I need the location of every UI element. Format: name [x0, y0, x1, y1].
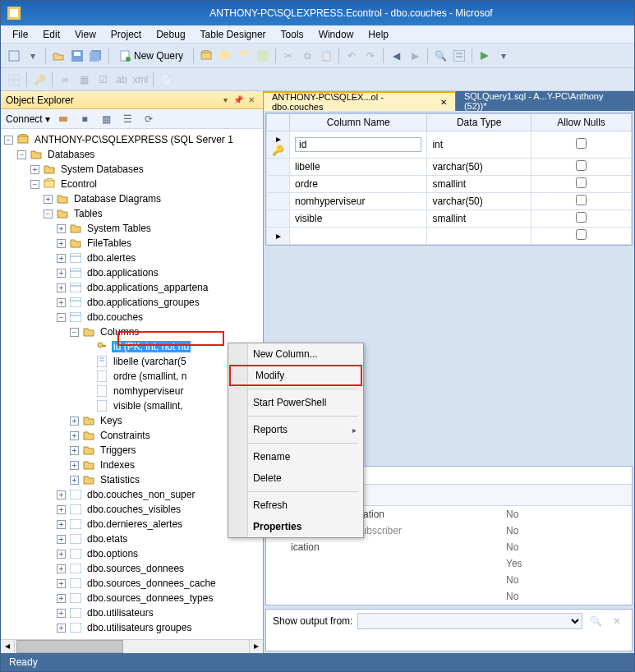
expand-toggle[interactable]: +	[57, 520, 66, 529]
tree-item[interactable]: dbo.dernieres_alertes	[85, 518, 184, 530]
cell-name[interactable]: libelle	[290, 159, 427, 176]
menu-window[interactable]: Window	[312, 27, 361, 42]
tree-databases[interactable]: Databases	[46, 149, 96, 160]
paste-icon[interactable]: 📋	[318, 48, 334, 64]
save-icon[interactable]	[69, 48, 85, 64]
redo-icon[interactable]: ↷	[362, 48, 379, 64]
expand-toggle[interactable]: +	[57, 535, 66, 544]
expand-toggle[interactable]: +	[57, 550, 66, 559]
ctx-properties[interactable]: Properties	[228, 516, 363, 537]
nav-back-icon[interactable]: ◀	[388, 48, 404, 64]
property-row[interactable]: No	[266, 572, 632, 588]
expand-toggle[interactable]: +	[57, 283, 66, 292]
ctx-powershell[interactable]: Start PowerShell	[228, 392, 363, 413]
expand-toggle[interactable]: +	[70, 431, 79, 440]
connect-button[interactable]: Connect ▾	[6, 113, 50, 125]
menu-view[interactable]: View	[68, 27, 103, 42]
expand-toggle[interactable]: +	[57, 254, 66, 263]
table-row[interactable]: visiblesmallint	[267, 210, 632, 228]
ctx-refresh[interactable]: Refresh	[228, 495, 363, 516]
tree-subnode[interactable]: Keys	[99, 415, 124, 426]
tree-item[interactable]: dbo.sources_donnees	[85, 563, 186, 574]
allow-nulls-checkbox[interactable]	[576, 177, 587, 188]
copy-icon[interactable]: ⧉	[299, 48, 315, 64]
expand-toggle[interactable]: +	[57, 609, 66, 618]
expand-toggle[interactable]: +	[70, 476, 79, 485]
tree-sysdb[interactable]: System Databases	[59, 163, 145, 175]
output-clear-icon[interactable]: ✕	[609, 613, 625, 629]
cell-name[interactable]: ordre	[290, 176, 427, 193]
allow-nulls-checkbox[interactable]	[576, 229, 587, 240]
expand-toggle[interactable]: +	[70, 461, 79, 470]
expand-toggle[interactable]: +	[57, 624, 66, 633]
index-icon[interactable]: ▦	[76, 71, 92, 88]
tab-sqlquery[interactable]: SQLQuery1.sql - A...Y-PC\Anthony (52))*	[456, 91, 634, 111]
tree-col-libelle[interactable]: libelle (varchar(5	[112, 356, 188, 367]
expand-toggle[interactable]: −	[4, 136, 13, 145]
cut-icon[interactable]: ✂	[280, 48, 297, 64]
tree-item[interactable]: dbo.alertes	[85, 252, 137, 264]
nav-fwd-icon[interactable]: ▶	[407, 48, 423, 64]
tree-item[interactable]: dbo.etats	[85, 533, 129, 545]
tree-col-ordre[interactable]: ordre (smallint, n	[112, 371, 188, 382]
close-icon[interactable]: ✕	[440, 98, 447, 107]
save-all-icon[interactable]	[88, 48, 104, 64]
tree-col-visible[interactable]: visible (smallint,	[112, 400, 185, 412]
tree-item[interactable]: dbo.sources_donnees_cache	[85, 578, 218, 589]
tree-subnode[interactable]: Constraints	[99, 430, 152, 441]
expand-toggle[interactable]: +	[57, 298, 66, 307]
expand-toggle[interactable]: +	[57, 269, 66, 278]
cell-name[interactable]: id	[295, 137, 421, 152]
check-icon[interactable]: ☑	[94, 71, 111, 88]
expand-toggle[interactable]: +	[57, 505, 66, 514]
expand-toggle[interactable]: +	[30, 165, 39, 174]
tree-dbdiagrams[interactable]: Database Diagrams	[72, 193, 163, 205]
property-row[interactable]: Yes	[266, 555, 632, 572]
tree-item[interactable]: dbo.applications_appartena	[85, 282, 209, 293]
expand-toggle[interactable]: +	[70, 446, 79, 455]
output-find-icon[interactable]: 🔍	[587, 613, 604, 629]
ctx-new-column[interactable]: New Column...	[228, 343, 363, 365]
play-icon[interactable]	[476, 48, 493, 64]
tree-subnode[interactable]: Statistics	[99, 474, 141, 486]
tree-view[interactable]: −ANTHONY-PC\SQLEXPRESS (SQL Server 1 −Da…	[1, 129, 263, 639]
horizontal-scrollbar[interactable]: ◂ ▸	[1, 639, 263, 653]
cell-name[interactable]: visible	[290, 210, 427, 228]
db-icon-3[interactable]	[236, 48, 252, 64]
tree-item[interactable]: dbo.couches_visibles	[85, 504, 182, 515]
key-icon[interactable]: 🔑	[31, 71, 48, 88]
output-source-select[interactable]	[357, 613, 582, 629]
dropdown-icon[interactable]: ▾	[495, 48, 512, 64]
expand-toggle[interactable]: +	[57, 579, 66, 588]
ctx-reports[interactable]: Reports	[228, 419, 363, 440]
col-header-nulls[interactable]: Allow Nulls	[531, 114, 631, 131]
db-icon[interactable]	[198, 48, 214, 64]
cell-type[interactable]: smallint	[427, 176, 531, 193]
db-icon-2[interactable]	[217, 48, 233, 64]
tree-item[interactable]: dbo.utilisateurs	[85, 607, 155, 619]
undo-icon[interactable]: ↶	[343, 48, 360, 64]
tree-item[interactable]: dbo.sources_donnees_types	[85, 592, 214, 604]
tree-econtrol[interactable]: Econtrol	[59, 178, 99, 190]
ctx-modify[interactable]: Modify	[229, 365, 362, 386]
refresh-icon[interactable]: ⟳	[140, 111, 157, 127]
expand-toggle[interactable]: −	[44, 209, 53, 219]
tree-tables[interactable]: Tables	[72, 208, 104, 219]
pin-icon[interactable]: 📌	[232, 94, 245, 107]
property-row[interactable]: No	[266, 588, 632, 605]
tree-couches[interactable]: dbo.couches	[85, 311, 145, 323]
dropdown-icon[interactable]: ▾	[219, 94, 232, 107]
menu-file[interactable]: File	[6, 27, 35, 42]
script-icon[interactable]: 📄	[158, 71, 174, 88]
expand-toggle[interactable]: −	[30, 180, 39, 189]
cell-type[interactable]: int	[427, 131, 531, 159]
table-icon[interactable]	[6, 71, 22, 88]
table-row[interactable]: libellevarchar(50)	[267, 159, 632, 176]
tree-item[interactable]: dbo.utilisateurs groupes	[85, 622, 193, 633]
dropdown-icon[interactable]: ▾	[25, 48, 41, 64]
expand-toggle[interactable]: −	[57, 313, 66, 322]
tree-col-nomhyp[interactable]: nomhyperviseur	[112, 385, 185, 397]
ctx-delete[interactable]: Delete	[228, 467, 363, 489]
props-icon[interactable]	[451, 48, 467, 64]
relations-icon[interactable]: ∞	[57, 71, 73, 88]
